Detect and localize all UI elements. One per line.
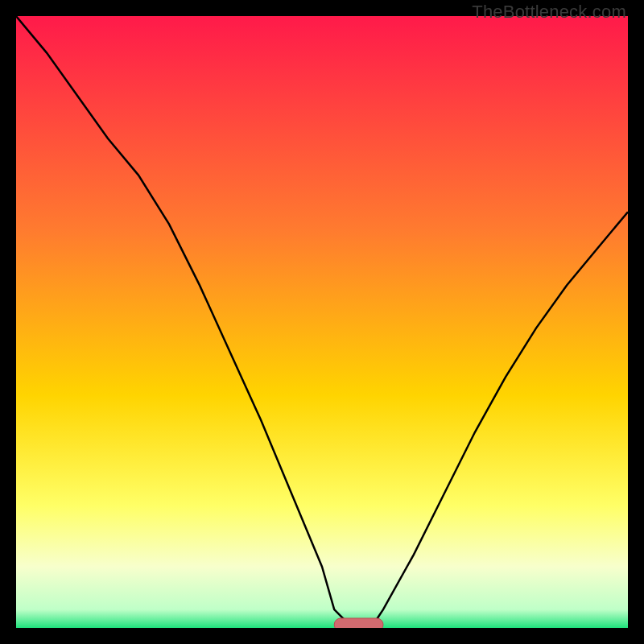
bottleneck-chart xyxy=(16,16,628,628)
gradient-background xyxy=(16,16,628,628)
chart-frame xyxy=(16,16,628,628)
optimum-marker xyxy=(334,618,383,628)
